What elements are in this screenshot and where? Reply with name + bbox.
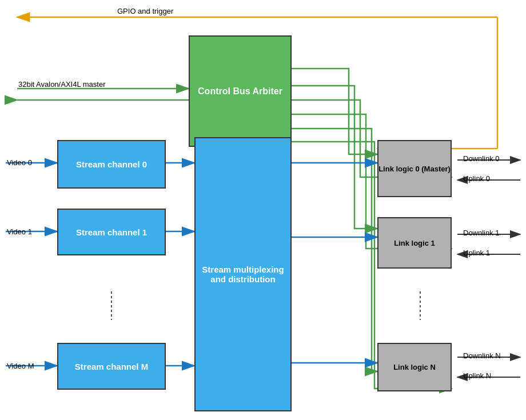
gpio-trigger-label: GPIO and trigger [117, 7, 173, 15]
stream-mux-label: Stream multiplexing and distribution [196, 265, 290, 284]
uplinkn-label: Uplink N [463, 371, 491, 380]
downlink0-label: Downlink 0 [463, 154, 500, 163]
stream-channel-m-label: Stream channel M [75, 362, 148, 371]
stream-channel-0-block: Stream channel 0 [57, 140, 166, 189]
stream-mux-block: Stream multiplexing and distribution [194, 137, 292, 411]
uplink0-label: Uplink 0 [463, 174, 490, 183]
control-bus-arbiter-label: Control Bus Arbiter [198, 86, 282, 97]
link-logic-1-block: Link logic 1 [377, 217, 452, 269]
link-logic-0-block: Link logic 0 (Master) [377, 140, 452, 197]
stream-channel-m-block: Stream channel M [57, 343, 166, 390]
downlinkn-label: Downlink N [463, 351, 501, 360]
link-logic-n-label: Link logic N [393, 363, 436, 371]
downlink1-label: Downlink 1 [463, 229, 500, 237]
stream-channel-0-label: Stream channel 0 [76, 159, 147, 169]
link-logic-0-label: Link logic 0 (Master) [378, 165, 451, 173]
stream-channel-1-block: Stream channel 1 [57, 209, 166, 255]
videom-label: Video M [7, 362, 34, 370]
video1-label: Video 1 [7, 227, 32, 236]
uplink1-label: Uplink 1 [463, 249, 490, 257]
link-logic-1-label: Link logic 1 [394, 239, 435, 247]
avalon-label: 32bit Avalon/AXI4L master [18, 80, 105, 89]
video0-label: Video 0 [7, 158, 32, 167]
control-bus-arbiter-block: Control Bus Arbiter [189, 35, 292, 147]
stream-channel-1-label: Stream channel 1 [76, 227, 147, 237]
link-logic-n-block: Link logic N [377, 343, 452, 391]
